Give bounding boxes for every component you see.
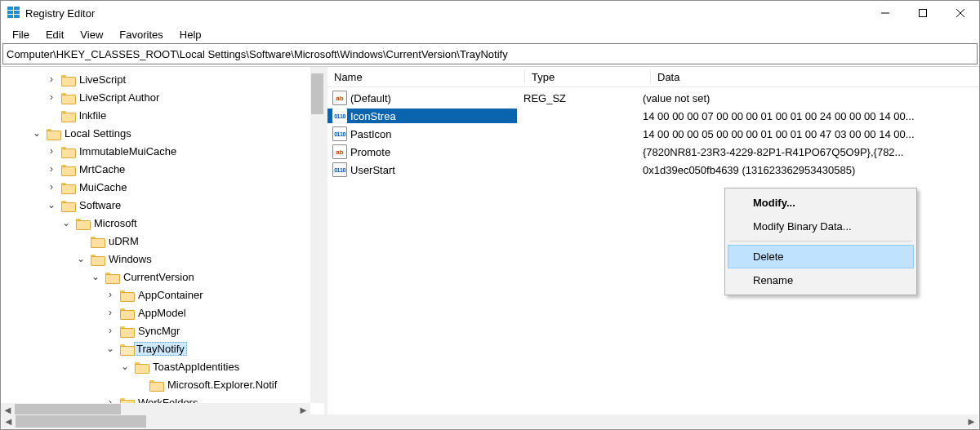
value-data: 14 00 00 00 05 00 00 00 01 00 01 00 47 0… bbox=[636, 128, 979, 140]
context-menu: Modify... Modify Binary Data... Delete R… bbox=[724, 188, 917, 295]
folder-icon bbox=[47, 127, 60, 139]
scroll-left-icon[interactable]: ◄ bbox=[2, 414, 16, 428]
expander-closed-icon[interactable]: › bbox=[104, 288, 117, 301]
window: Registry Editor File Edit View Favorites… bbox=[0, 0, 980, 430]
tree-item-label: Microsoft.Explorer.Notif bbox=[166, 379, 278, 391]
tree-item[interactable]: Microsoft.Explorer.Notif bbox=[1, 375, 324, 393]
tree-pane: ›LiveScript›LiveScript Authorlnkfile⌄Loc… bbox=[1, 67, 324, 417]
expander-open-icon[interactable]: ⌄ bbox=[74, 252, 87, 265]
context-modify-binary[interactable]: Modify Binary Data... bbox=[728, 215, 914, 238]
value-row[interactable]: 0110IconStrea14 00 00 00 07 00 00 00 01 … bbox=[327, 107, 979, 125]
expander-closed-icon[interactable]: › bbox=[104, 324, 117, 337]
tree-item[interactable]: lnkfile bbox=[1, 106, 324, 124]
context-delete[interactable]: Delete bbox=[728, 245, 914, 268]
tree-vertical-scrollbar[interactable] bbox=[310, 67, 324, 403]
value-row[interactable]: ab(Default)REG_SZ(value not set) bbox=[327, 89, 979, 107]
title-bar: Registry Editor bbox=[1, 1, 979, 25]
values-pane: Name Type Data ab(Default)REG_SZ(value n… bbox=[327, 67, 979, 417]
context-modify[interactable]: Modify... bbox=[728, 191, 914, 215]
expander-open-icon[interactable]: ⌄ bbox=[89, 270, 102, 283]
column-name[interactable]: Name bbox=[327, 67, 525, 86]
column-data[interactable]: Data bbox=[651, 67, 979, 86]
tree-item[interactable]: ›LiveScript bbox=[1, 70, 324, 88]
values-list[interactable]: ab(Default)REG_SZ(value not set)0110Icon… bbox=[327, 87, 979, 179]
svg-rect-3 bbox=[14, 11, 20, 14]
tree-item[interactable]: ⌄Local Settings bbox=[1, 124, 324, 142]
folder-icon bbox=[149, 379, 163, 390]
expander-open-icon[interactable]: ⌄ bbox=[30, 126, 43, 140]
minimize-icon bbox=[881, 9, 889, 17]
expander-open-icon[interactable]: ⌄ bbox=[118, 360, 131, 373]
expander-closed-icon[interactable]: › bbox=[104, 306, 117, 319]
window-horizontal-scrollbar[interactable]: ◄ ► bbox=[2, 414, 978, 428]
svg-rect-2 bbox=[7, 11, 13, 14]
folder-icon bbox=[61, 181, 74, 193]
tree-item[interactable]: ›AppModel bbox=[1, 304, 324, 321]
address-path: Computer\HKEY_CLASSES_ROOT\Local Setting… bbox=[7, 48, 508, 60]
tree-item[interactable]: uDRM bbox=[1, 232, 324, 250]
scroll-thumb[interactable] bbox=[16, 415, 146, 428]
tree-item[interactable]: ›AppContainer bbox=[1, 286, 324, 304]
tree-item[interactable]: ›MrtCache bbox=[1, 160, 324, 178]
tree-item[interactable]: ⌄Software bbox=[1, 196, 324, 214]
folder-icon bbox=[135, 361, 148, 372]
tree-item[interactable]: ›ImmutableMuiCache bbox=[1, 142, 324, 160]
expander-closed-icon[interactable]: › bbox=[45, 144, 58, 157]
svg-rect-5 bbox=[14, 15, 20, 18]
tree-item-label: TrayNotify bbox=[134, 342, 187, 356]
expander-closed-icon[interactable]: › bbox=[45, 180, 58, 193]
expander-closed-icon[interactable]: › bbox=[45, 162, 58, 175]
column-headers: Name Type Data bbox=[327, 67, 979, 87]
value-name: Promote bbox=[350, 146, 390, 158]
value-row[interactable]: abPromote{7820NR81-23R3-4229-82P1-R41PO6… bbox=[327, 143, 979, 161]
tree-item-label: Windows bbox=[107, 253, 154, 265]
tree-item[interactable]: ⌄TrayNotify bbox=[1, 339, 324, 357]
folder-icon bbox=[61, 73, 74, 85]
context-rename[interactable]: Rename bbox=[728, 268, 914, 292]
column-type[interactable]: Type bbox=[525, 67, 651, 86]
svg-rect-4 bbox=[7, 15, 13, 18]
expander-closed-icon[interactable]: › bbox=[45, 91, 58, 104]
tree-item[interactable]: ›MuiCache bbox=[1, 178, 324, 196]
expander-open-icon[interactable]: ⌄ bbox=[104, 342, 117, 355]
tree-item-label: Local Settings bbox=[63, 127, 133, 140]
folder-icon bbox=[120, 307, 133, 318]
window-title: Registry Editor bbox=[25, 7, 95, 20]
registry-tree[interactable]: ›LiveScript›LiveScript Authorlnkfile⌄Loc… bbox=[1, 67, 324, 417]
address-bar[interactable]: Computer\HKEY_CLASSES_ROOT\Local Setting… bbox=[2, 43, 978, 64]
tree-item[interactable]: ⌄Windows bbox=[1, 250, 324, 268]
scroll-right-icon[interactable]: ► bbox=[964, 414, 978, 428]
close-button[interactable] bbox=[942, 1, 979, 25]
tree-item[interactable]: ⌄ToastAppIdentities bbox=[1, 357, 324, 375]
svg-rect-7 bbox=[920, 10, 927, 17]
tree-item[interactable]: ›SyncMgr bbox=[1, 321, 324, 339]
minimize-button[interactable] bbox=[866, 1, 904, 25]
expander-open-icon[interactable]: ⌄ bbox=[45, 198, 58, 211]
value-name: IconStrea bbox=[350, 110, 396, 122]
value-data: 14 00 00 00 07 00 00 00 01 00 01 00 24 0… bbox=[636, 110, 979, 122]
value-name: (Default) bbox=[350, 92, 391, 104]
value-type: REG_SZ bbox=[517, 92, 636, 104]
menu-edit[interactable]: Edit bbox=[39, 27, 70, 42]
expander-open-icon[interactable]: ⌄ bbox=[60, 216, 73, 229]
menu-file[interactable]: File bbox=[6, 27, 36, 42]
content-panes: ›LiveScript›LiveScript Authorlnkfile⌄Loc… bbox=[1, 66, 979, 417]
svg-rect-1 bbox=[14, 7, 20, 10]
tree-item-label: ToastAppIdentities bbox=[151, 361, 241, 373]
value-row[interactable]: 0110UserStart0x1d39ec050fb4639 (13162336… bbox=[327, 161, 979, 179]
tree-item[interactable]: ⌄Microsoft bbox=[1, 214, 324, 232]
folder-icon bbox=[91, 235, 104, 246]
tree-item[interactable]: ›LiveScript Author bbox=[1, 88, 324, 106]
folder-icon bbox=[76, 217, 89, 228]
tree-item-label: LiveScript Author bbox=[78, 91, 161, 104]
maximize-button[interactable] bbox=[904, 1, 942, 25]
folder-icon bbox=[120, 343, 133, 354]
menu-favorites[interactable]: Favorites bbox=[113, 27, 169, 42]
expander-closed-icon[interactable]: › bbox=[45, 73, 58, 86]
tree-item-label: Software bbox=[78, 199, 122, 211]
value-row[interactable]: 0110PastIcon14 00 00 00 05 00 00 00 01 0… bbox=[327, 125, 979, 143]
scroll-thumb[interactable] bbox=[311, 73, 323, 114]
menu-view[interactable]: View bbox=[74, 27, 109, 42]
tree-item[interactable]: ⌄CurrentVersion bbox=[1, 268, 324, 286]
menu-help[interactable]: Help bbox=[173, 27, 208, 42]
